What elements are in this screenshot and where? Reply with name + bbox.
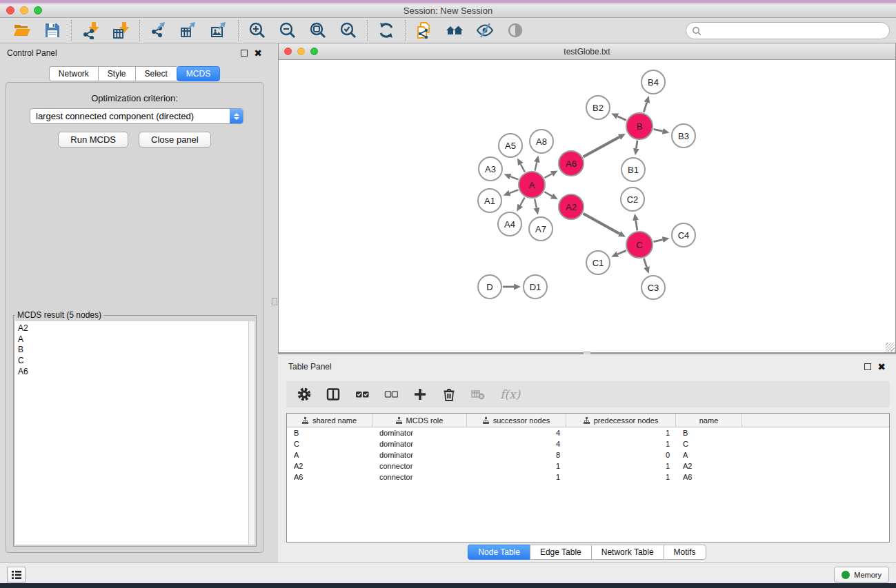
table-row[interactable]: Bdominator41B <box>287 427 889 438</box>
edge-B-B1[interactable] <box>636 141 637 149</box>
close-table-panel-icon[interactable]: ✖ <box>877 363 886 370</box>
column-header-shared-name[interactable]: shared name <box>287 414 372 427</box>
import-table-button[interactable] <box>111 21 130 40</box>
edge-B-B2[interactable] <box>617 116 626 121</box>
edge-C-C2[interactable] <box>636 221 637 231</box>
result-item[interactable]: C <box>18 356 248 367</box>
graph-node-B1[interactable]: B1 <box>621 157 646 182</box>
graph-node-B4[interactable]: B4 <box>641 70 666 94</box>
vertical-splitter-handle[interactable] <box>272 298 277 305</box>
graph-node-A3[interactable]: A3 <box>478 156 503 181</box>
graph-node-A2[interactable]: A2 <box>558 194 584 220</box>
edge-A-A2[interactable] <box>544 192 552 196</box>
select-all-columns-button[interactable] <box>355 387 369 401</box>
graph-node-C[interactable]: C <box>626 231 653 258</box>
split-panel-button[interactable] <box>326 387 340 401</box>
graph-node-A4[interactable]: A4 <box>497 212 522 236</box>
table-row[interactable]: Cdominator41C <box>287 438 889 449</box>
column-header-successor-nodes[interactable]: successor nodes <box>467 414 566 427</box>
memory-button[interactable]: Memory <box>834 567 889 582</box>
edge-A-A3[interactable] <box>510 176 518 179</box>
tab-style[interactable]: Style <box>98 66 135 81</box>
edge-A-A5[interactable] <box>521 164 525 172</box>
tab-motifs[interactable]: Motifs <box>664 545 706 560</box>
graph-node-B3[interactable]: B3 <box>671 123 696 148</box>
result-item[interactable]: A6 <box>18 367 248 378</box>
criterion-dropdown[interactable]: largest connected component (directed) <box>30 108 243 124</box>
zoom-out-button[interactable] <box>278 21 297 40</box>
edge-C-C1[interactable] <box>617 250 626 254</box>
edge-A2-C[interactable] <box>583 214 619 234</box>
graph-node-A8[interactable]: A8 <box>529 129 554 154</box>
network-canvas[interactable]: AA1A2A3A4A5A6A7A8BB1B2B3B4CC1C2C3C4DD1 <box>279 60 895 352</box>
result-item[interactable]: B <box>18 345 248 356</box>
edge-C-C4[interactable] <box>654 240 663 242</box>
mcds-result-list[interactable]: A2ABCA6 <box>15 321 255 545</box>
save-session-button[interactable] <box>43 21 62 40</box>
settings-button[interactable] <box>297 387 311 401</box>
graph-node-D1[interactable]: D1 <box>523 274 548 299</box>
edge-A-A7[interactable] <box>535 199 537 208</box>
result-item[interactable]: A2 <box>18 323 248 334</box>
edge-C-C3[interactable] <box>644 258 646 267</box>
graph-node-A1[interactable]: A1 <box>477 188 502 213</box>
tab-select[interactable]: Select <box>135 66 177 81</box>
edge-A6-B[interactable] <box>584 137 619 157</box>
tab-mcds[interactable]: MCDS <box>177 66 220 81</box>
tab-network-table[interactable]: Network Table <box>591 545 664 560</box>
home-button[interactable] <box>445 21 464 40</box>
show-graphics-details-button[interactable] <box>506 21 525 40</box>
zoom-fit-button[interactable] <box>308 21 328 40</box>
table-row[interactable]: A6connector11A6 <box>287 472 889 483</box>
close-panel-icon[interactable]: ✖ <box>254 50 262 57</box>
export-table-button[interactable] <box>179 21 199 40</box>
open-session-button[interactable] <box>12 21 32 40</box>
column-header-MCDS-role[interactable]: MCDS role <box>372 414 467 427</box>
export-network-button[interactable] <box>149 21 168 40</box>
graph-node-B[interactable]: B <box>626 112 653 140</box>
search-input[interactable] <box>701 26 889 36</box>
edge-A-A8[interactable] <box>535 162 537 170</box>
deselect-all-columns-button[interactable] <box>384 387 398 401</box>
search-box[interactable] <box>686 22 890 39</box>
graph-node-A[interactable]: A <box>518 171 546 199</box>
tab-network[interactable]: Network <box>49 66 98 81</box>
graph-node-A7[interactable]: A7 <box>528 216 553 241</box>
zoom-selected-button[interactable] <box>339 21 358 40</box>
tab-node-table[interactable]: Node Table <box>468 545 530 560</box>
column-header-name[interactable]: name <box>676 414 742 427</box>
close-panel-button[interactable]: Close panel <box>139 132 211 148</box>
hide-panels-button[interactable] <box>475 21 495 40</box>
float-table-panel-icon[interactable] <box>864 363 871 370</box>
duplicate-network-button[interactable] <box>415 21 434 40</box>
graph-node-D[interactable]: D <box>477 274 502 299</box>
edge-A-A1[interactable] <box>510 190 518 193</box>
zoom-in-button[interactable] <box>248 21 267 40</box>
delete-column-button[interactable] <box>442 387 456 401</box>
edge-B-B4[interactable] <box>644 103 646 112</box>
task-history-button[interactable] <box>7 567 26 582</box>
resize-grip-icon[interactable] <box>886 343 895 352</box>
graph-node-A6[interactable]: A6 <box>558 150 584 176</box>
float-panel-icon[interactable] <box>241 50 248 57</box>
tab-edge-table[interactable]: Edge Table <box>530 545 591 560</box>
edge-B-B3[interactable] <box>654 129 663 131</box>
table-row[interactable]: A2connector11A2 <box>287 460 889 472</box>
graph-node-A5[interactable]: A5 <box>498 133 523 158</box>
result-scrollbar[interactable] <box>248 321 255 545</box>
export-image-button[interactable] <box>210 21 229 40</box>
run-mcds-button[interactable]: Run MCDS <box>58 132 128 148</box>
import-network-button[interactable] <box>81 21 100 40</box>
graph-node-C3[interactable]: C3 <box>641 275 666 300</box>
edge-A-A4[interactable] <box>520 197 525 205</box>
table-row[interactable]: Adominator80A <box>287 449 889 460</box>
refresh-button[interactable] <box>377 21 396 40</box>
result-item[interactable]: A <box>18 334 248 345</box>
edge-A-A6[interactable] <box>544 174 551 178</box>
graph-node-C4[interactable]: C4 <box>671 223 696 247</box>
column-header-predecessor-nodes[interactable]: predecessor nodes <box>566 414 676 427</box>
add-column-button[interactable] <box>413 387 427 401</box>
graph-node-B2[interactable]: B2 <box>586 95 610 120</box>
graph-node-C1[interactable]: C1 <box>586 250 610 275</box>
graph-node-C2[interactable]: C2 <box>620 187 645 212</box>
